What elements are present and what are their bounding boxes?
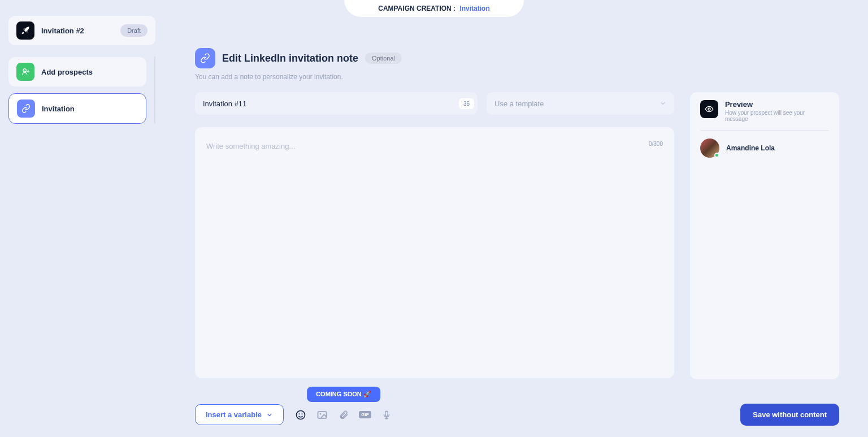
message-textarea[interactable]	[206, 142, 663, 364]
campaign-card[interactable]: Invitation #2 Draft	[8, 16, 155, 45]
campaign-breadcrumb: CAMPAIGN CREATION : Invitation	[344, 0, 524, 17]
page-header: Edit LinkedIn invitation note Optional	[195, 48, 839, 68]
coming-soon-badge: COMING SOON 🚀	[307, 387, 380, 402]
preview-title: Preview	[725, 100, 829, 109]
page-subtitle: You can add a note to personalize your i…	[195, 73, 839, 81]
image-icon[interactable]	[315, 408, 329, 422]
prospect-name: Amandine Lola	[726, 144, 775, 152]
insert-variable-button[interactable]: Insert a variable	[195, 404, 284, 425]
campaign-name: Invitation #2	[41, 27, 114, 35]
chevron-down-icon	[659, 100, 666, 107]
svg-rect-7	[385, 411, 388, 416]
editor-column: 36 Use a template 0/300	[195, 92, 674, 379]
invitation-title-field[interactable]: 36	[195, 92, 478, 115]
editor-row: 36 Use a template 0/300	[195, 92, 839, 379]
emoji-icon[interactable]	[294, 408, 307, 422]
add-user-icon	[16, 63, 34, 81]
sidebar-item-label: Add prospects	[41, 68, 93, 76]
svg-point-6	[320, 413, 322, 415]
gif-icon[interactable]: GIF	[358, 408, 372, 422]
link-icon	[195, 48, 215, 68]
template-select[interactable]: Use a template	[487, 92, 674, 115]
sidebar: Invitation #2 Draft Add prospects Invita…	[8, 16, 155, 124]
invitation-title-input[interactable]	[203, 99, 459, 108]
message-char-counter: 0/300	[649, 141, 663, 147]
breadcrumb-step: Invitation	[459, 5, 489, 12]
preview-panel: Preview How your prospect will see your …	[690, 92, 839, 379]
preview-header: Preview How your prospect will see your …	[700, 100, 829, 131]
svg-point-3	[299, 413, 300, 414]
rocket-icon	[16, 21, 34, 40]
link-icon	[17, 99, 35, 118]
chevron-down-icon	[266, 412, 273, 418]
eye-icon	[700, 100, 718, 118]
svg-point-0	[23, 69, 26, 72]
microphone-icon[interactable]	[380, 408, 393, 422]
breadcrumb-label: CAMPAIGN CREATION :	[378, 5, 455, 12]
bottom-toolbar: Insert a variable COMING SOON 🚀 GIF Save	[195, 404, 839, 426]
svg-point-4	[302, 413, 303, 414]
sidebar-item-add-prospects[interactable]: Add prospects	[8, 57, 146, 86]
optional-badge: Optional	[365, 53, 402, 64]
presence-indicator	[714, 153, 719, 158]
sidebar-item-label: Invitation	[42, 105, 75, 113]
attachment-icon[interactable]	[337, 408, 350, 422]
status-badge: Draft	[120, 24, 147, 37]
preview-prospect: Amandine Lola	[700, 139, 829, 158]
sidebar-item-invitation[interactable]: Invitation	[8, 93, 146, 124]
svg-point-1	[708, 108, 710, 110]
title-char-count: 36	[459, 98, 474, 109]
avatar	[700, 139, 719, 158]
svg-point-2	[297, 410, 305, 419]
preview-subtitle: How your prospect will see your message	[725, 110, 829, 122]
page-title: Edit LinkedIn invitation note	[222, 53, 358, 64]
save-button[interactable]: Save without content	[740, 404, 839, 426]
template-placeholder: Use a template	[494, 99, 544, 108]
insert-variable-label: Insert a variable	[206, 410, 262, 419]
message-editor[interactable]: 0/300	[195, 127, 674, 378]
media-toolbar: COMING SOON 🚀 GIF	[294, 408, 393, 422]
sidebar-nav: Add prospects Invitation	[8, 57, 155, 124]
main-content: Edit LinkedIn invitation note Optional Y…	[195, 48, 839, 379]
